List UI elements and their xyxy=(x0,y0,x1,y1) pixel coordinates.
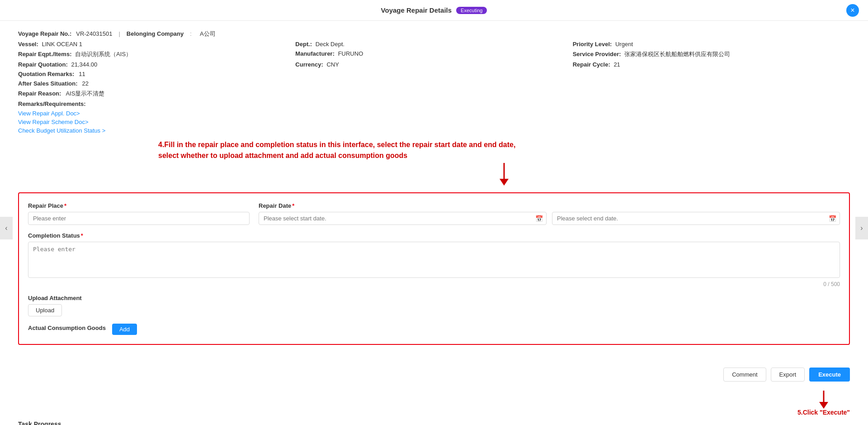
export-button[interactable]: Export xyxy=(771,368,805,382)
service-provider-label: Service Provider: xyxy=(573,51,621,57)
next-arrow[interactable]: › xyxy=(855,217,868,239)
page-header: Voyage Repair Details Executing × xyxy=(0,0,868,21)
manufacturer-col: Manufacturer: FURUNO xyxy=(295,50,572,58)
consumption-label: Actual Consumption Goods xyxy=(28,325,106,331)
view-repair-appl-link[interactable]: View Repair Appl. Doc> xyxy=(18,110,850,117)
completion-status-group: Completion Status* 0 / 500 xyxy=(28,232,840,287)
info-row-3: Repair Eqpt./Items: 自动识别系统（AIS） Manufact… xyxy=(18,50,850,58)
action-bar: Comment Export Execute xyxy=(0,363,868,386)
annotation-text: 4.Fill in the repair place and completio… xyxy=(158,139,850,189)
repair-eqpt-col: Repair Eqpt./Items: 自动识别系统（AIS） xyxy=(18,50,295,58)
info-row-5: Quotation Remarks: 11 xyxy=(18,71,850,77)
upload-button[interactable]: Upload xyxy=(28,304,62,316)
belonging-company-label: Belonging Company xyxy=(127,30,184,37)
info-row-6: After Sales Situation: 22 xyxy=(18,80,850,87)
separator: | xyxy=(118,30,120,37)
main-content: Voyage Repair No.: VR-24031501 | Belongi… xyxy=(0,21,868,363)
remarks-label: Remarks/Requirements: xyxy=(18,100,86,107)
dept-value: Deck Dept. xyxy=(316,41,344,48)
repair-cycle-col: Repair Cycle: 21 xyxy=(573,61,850,68)
priority-value: Urgent xyxy=(615,41,633,48)
calendar-icon: 📅 xyxy=(535,215,543,222)
belonging-company-value: A公司 xyxy=(200,30,216,38)
info-row-8: Remarks/Requirements: xyxy=(18,100,850,107)
add-button[interactable]: Add xyxy=(112,324,137,335)
manufacturer-label: Manufacturer: xyxy=(295,50,335,57)
voyage-repair-no-value: VR-24031501 xyxy=(76,30,112,37)
vessel-label: Vessel: xyxy=(18,41,38,48)
comment-button[interactable]: Comment xyxy=(723,368,766,382)
consumption-row: Actual Consumption Goods Add xyxy=(28,324,840,335)
repair-reason-value: AIS显示不清楚 xyxy=(66,90,104,98)
execute-annotation-wrapper: 5.Click "Execute" xyxy=(797,391,850,416)
upload-label: Upload Attachment xyxy=(28,295,840,301)
dept-col: Dept.: Deck Dept. xyxy=(295,41,572,48)
repair-eqpt-label: Repair Eqpt./Items: xyxy=(18,51,71,57)
repair-quotation-col: Repair Quotation: 21,344.00 xyxy=(18,61,295,68)
currency-value: CNY xyxy=(326,61,339,68)
service-provider-value: 张家港保税区长航船舶燃料供应有限公司 xyxy=(624,51,730,57)
svg-marker-1 xyxy=(500,179,509,186)
info-row-2: Vessel: LINK OCEAN 1 Dept.: Deck Dept. P… xyxy=(18,41,850,48)
info-section: Voyage Repair No.: VR-24031501 | Belongi… xyxy=(18,30,850,134)
vessel-value: LINK OCEAN 1 xyxy=(42,41,82,48)
upload-section: Upload Attachment Upload xyxy=(28,295,840,316)
date-row: 📅 📅 xyxy=(259,212,840,225)
form-section: Repair Place* Repair Date* 📅 xyxy=(18,192,850,345)
svg-marker-3 xyxy=(819,402,828,409)
repair-place-input[interactable] xyxy=(28,212,250,225)
repair-quotation-label: Repair Quotation: xyxy=(18,61,68,68)
priority-col: Priority Level: Urgent xyxy=(573,41,850,48)
execute-arrow-icon xyxy=(817,391,830,409)
voyage-repair-no-label: Voyage Repair No.: xyxy=(18,30,71,37)
calendar-icon-end: 📅 xyxy=(829,215,836,222)
after-sales-label: After Sales Situation: xyxy=(18,80,77,87)
info-row-4: Repair Quotation: 21,344.00 Currency: CN… xyxy=(18,61,850,68)
page-title: Voyage Repair Details xyxy=(381,6,452,14)
prev-arrow[interactable]: ‹ xyxy=(0,217,13,239)
repair-date-group: Repair Date* 📅 📅 xyxy=(259,202,840,225)
repair-date-label: Repair Date* xyxy=(259,202,840,209)
currency-label: Currency: xyxy=(295,61,323,68)
repair-place-label: Repair Place* xyxy=(28,202,250,209)
char-count: 0 / 500 xyxy=(28,281,840,287)
end-date-input[interactable] xyxy=(552,212,840,225)
manufacturer-value: FURUNO xyxy=(338,50,363,57)
repair-place-group: Repair Place* xyxy=(28,202,250,225)
service-provider-col: Service Provider: 张家港保税区长航船舶燃料供应有限公司 xyxy=(573,50,850,58)
execute-button[interactable]: Execute xyxy=(809,368,850,382)
info-row-1: Voyage Repair No.: VR-24031501 | Belongi… xyxy=(18,30,850,38)
completion-status-textarea[interactable] xyxy=(28,242,840,278)
view-repair-scheme-link[interactable]: View Repair Scheme Doc> xyxy=(18,119,850,125)
quotation-remarks-label: Quotation Remarks: xyxy=(18,71,74,77)
start-date-input[interactable] xyxy=(259,212,547,225)
close-button[interactable]: × xyxy=(846,4,859,17)
completion-status-label: Completion Status* xyxy=(28,232,840,239)
after-sales-value: 22 xyxy=(82,80,88,87)
form-row-1: Repair Place* Repair Date* 📅 xyxy=(28,202,840,225)
quotation-remarks-value: 11 xyxy=(79,71,85,77)
repair-eqpt-value: 自动识别系统（AIS） xyxy=(75,51,132,57)
repair-cycle-value: 21 xyxy=(613,61,620,68)
task-progress-title: Task Progress xyxy=(18,420,850,425)
repair-cycle-label: Repair Cycle: xyxy=(573,61,610,68)
info-row-7: Repair Reason: AIS显示不清楚 xyxy=(18,90,850,98)
currency-col: Currency: CNY xyxy=(295,61,572,68)
colon: : xyxy=(190,30,192,37)
repair-reason-label: Repair Reason: xyxy=(18,90,61,97)
check-budget-link[interactable]: Check Budget Utilization Status > xyxy=(18,127,850,134)
task-section: Task Progress ✓ Create(from repair schem… xyxy=(0,420,868,425)
execute-annotation-container: 5.Click "Execute" xyxy=(0,391,868,416)
status-badge: Executing xyxy=(456,7,487,14)
start-date-wrap: 📅 xyxy=(259,212,547,225)
vessel-col: Vessel: LINK OCEAN 1 xyxy=(18,41,295,48)
repair-quotation-value: 21,344.00 xyxy=(71,61,97,68)
annotation-arrow xyxy=(158,163,850,189)
dept-label: Dept.: xyxy=(295,41,312,48)
execute-annotation-text: 5.Click "Execute" xyxy=(797,409,850,416)
priority-label: Priority Level: xyxy=(573,41,612,48)
end-date-wrap: 📅 xyxy=(552,212,840,225)
annotation-container: 4.Fill in the repair place and completio… xyxy=(18,139,850,189)
annotation-wrapper: 4.Fill in the repair place and completio… xyxy=(18,139,850,189)
